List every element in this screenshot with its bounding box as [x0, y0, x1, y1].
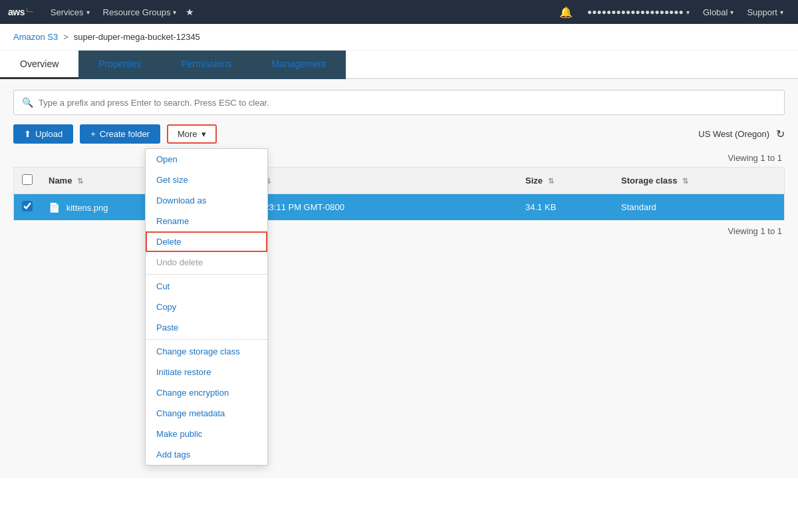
toolbar: ⬆ Upload + Create folder More ▾ Open Get… [13, 124, 785, 144]
size-sort-icon: ⇅ [548, 177, 554, 185]
menu-item-get-size[interactable]: Get size [146, 170, 267, 190]
breadcrumb-separator: > [63, 32, 68, 42]
account-menu[interactable]: ●●●●●●●●●●●●●●●●●●●● ▾ [581, 7, 696, 17]
menu-divider-2 [146, 339, 267, 340]
menu-item-initiate-restore[interactable]: Initiate restore [146, 362, 267, 382]
aws-logo[interactable]: aws └─ [8, 7, 33, 17]
tab-overview[interactable]: Overview [0, 51, 78, 79]
menu-item-download-as[interactable]: Download as [146, 190, 267, 211]
menu-item-paste[interactable]: Paste [146, 317, 267, 338]
menu-item-change-storage-class[interactable]: Change storage class [146, 341, 267, 362]
toolbar-right: US West (Oregon) ↻ [698, 128, 785, 140]
row-storage-class-cell: Standard [613, 194, 784, 221]
services-chevron-icon: ▾ [86, 9, 90, 16]
file-name-link[interactable]: kittens.png [66, 203, 108, 213]
search-input[interactable] [39, 98, 776, 108]
tab-properties[interactable]: Properties [78, 51, 161, 79]
tabs-bar: Overview Properties Permissions Manageme… [0, 51, 798, 79]
nav-services[interactable]: Services ▾ [44, 0, 96, 24]
files-table: Name ⇅ Last modified ⇅ Size ⇅ Storage cl… [13, 167, 785, 221]
support-menu[interactable]: Support ▾ [740, 7, 790, 17]
more-chevron-icon: ▾ [201, 129, 206, 139]
notifications-bell-icon[interactable]: 🔔 [551, 6, 581, 19]
upload-icon: ⬆ [24, 129, 31, 139]
header-checkbox[interactable] [22, 174, 33, 185]
row-size-cell: 34.1 KB [517, 194, 613, 221]
name-sort-icon: ⇅ [77, 177, 83, 185]
header-storage-class: Storage class ⇅ [613, 168, 784, 194]
upload-button[interactable]: ⬆ Upload [13, 124, 73, 144]
favorites-star-icon[interactable]: ★ [186, 7, 194, 17]
more-button[interactable]: More ▾ [167, 124, 217, 144]
file-icon: 📄 [49, 202, 60, 213]
menu-item-change-metadata[interactable]: Change metadata [146, 403, 267, 424]
region-label: US West (Oregon) [698, 129, 769, 139]
tab-management[interactable]: Management [251, 51, 346, 79]
breadcrumb-root[interactable]: Amazon S3 [13, 32, 58, 42]
row-checkbox[interactable] [22, 201, 33, 211]
viewing-info-bottom: Viewing 1 to 1 [13, 221, 785, 241]
region-menu[interactable]: Global ▾ [696, 7, 741, 17]
header-checkbox-col [14, 168, 41, 194]
menu-item-change-encryption[interactable]: Change encryption [146, 382, 267, 403]
menu-divider-1 [146, 274, 267, 275]
storage-class-sort-icon: ⇅ [682, 177, 688, 185]
resource-groups-chevron-icon: ▾ [173, 9, 176, 16]
header-size: Size ⇅ [517, 168, 613, 194]
create-folder-button[interactable]: + Create folder [80, 124, 160, 144]
account-chevron-icon: ▾ [686, 9, 690, 16]
menu-item-rename[interactable]: Rename [146, 211, 267, 231]
menu-item-open[interactable]: Open [146, 149, 267, 170]
support-chevron-icon: ▾ [780, 9, 783, 16]
search-bar: 🔍 [13, 90, 785, 115]
refresh-button[interactable]: ↻ [776, 128, 785, 140]
table-row[interactable]: 📄 kittens.png Nov 24, 2017 4:23:11 PM GM… [14, 194, 785, 221]
viewing-info-top: Viewing 1 to 1 [13, 153, 785, 163]
menu-item-delete[interactable]: Delete [146, 231, 267, 252]
menu-item-copy[interactable]: Copy [146, 297, 267, 317]
main-content: 🔍 ⬆ Upload + Create folder More ▾ Open G… [0, 79, 798, 478]
menu-item-make-public[interactable]: Make public [146, 424, 267, 444]
menu-item-cut[interactable]: Cut [146, 276, 267, 297]
breadcrumb: Amazon S3 > super-duper-mega-bucket-1234… [0, 24, 798, 51]
breadcrumb-current: super-duper-mega-bucket-12345 [74, 32, 200, 42]
top-navigation: aws └─ Services ▾ Resource Groups ▾ ★ 🔔 … [0, 0, 798, 24]
nav-resource-groups[interactable]: Resource Groups ▾ [96, 0, 184, 24]
more-dropdown-menu: Open Get size Download as Rename Delete … [145, 148, 268, 466]
menu-item-undo-delete: Undo delete [146, 252, 267, 273]
tab-permissions[interactable]: Permissions [161, 51, 251, 79]
search-icon: 🔍 [22, 97, 33, 108]
account-id: ●●●●●●●●●●●●●●●●●●●● [587, 7, 684, 17]
plus-icon: + [90, 129, 96, 139]
table-header-row: Name ⇅ Last modified ⇅ Size ⇅ Storage cl… [14, 168, 785, 194]
row-checkbox-cell [14, 194, 41, 221]
menu-item-add-tags[interactable]: Add tags [146, 444, 267, 465]
region-chevron-icon: ▾ [730, 9, 733, 16]
